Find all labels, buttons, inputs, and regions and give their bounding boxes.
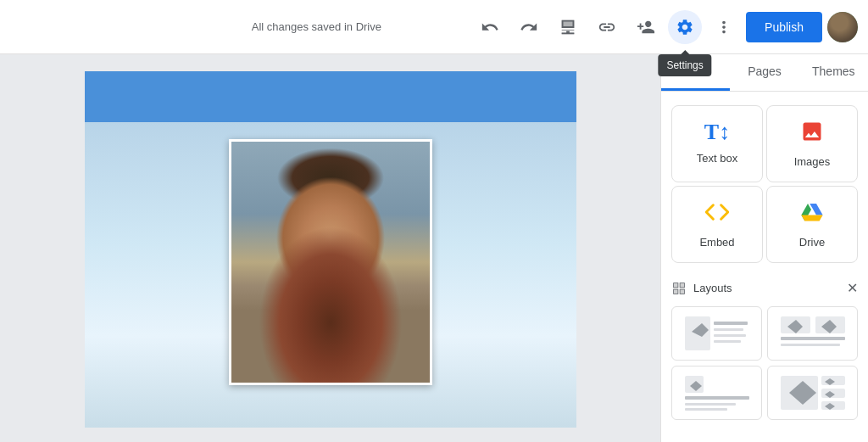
add-person-button[interactable] xyxy=(629,10,663,44)
insert-drive[interactable]: Drive xyxy=(766,186,858,263)
insert-text-box[interactable]: T↕ Text box xyxy=(671,105,763,182)
insert-images[interactable]: Images xyxy=(766,105,858,182)
svg-rect-7 xyxy=(781,337,845,340)
save-status: All changes saved in Drive xyxy=(252,20,381,33)
layouts-header: Layouts ✕ xyxy=(661,273,868,303)
layout-card-1[interactable] xyxy=(671,306,762,361)
drive-icon xyxy=(800,200,824,229)
avatar[interactable] xyxy=(827,12,858,42)
redo-button[interactable] xyxy=(512,10,546,44)
images-icon xyxy=(800,120,824,148)
layouts-grid xyxy=(661,303,868,427)
topbar-center: All changes saved in Drive xyxy=(167,20,466,33)
photo-person xyxy=(231,142,430,383)
layout-card-4[interactable] xyxy=(767,366,858,420)
text-box-label: Text box xyxy=(697,152,737,165)
topbar: All changes saved in Drive Settings xyxy=(0,0,868,54)
layout-card-2[interactable] xyxy=(767,306,858,361)
canvas-photo[interactable] xyxy=(229,139,432,385)
layouts-close-button[interactable]: ✕ xyxy=(847,280,858,296)
tab-pages[interactable]: Pages xyxy=(730,54,798,91)
settings-button[interactable]: Settings xyxy=(668,10,702,44)
layouts-icon xyxy=(671,281,687,296)
insert-grid: T↕ Text box Images Embed xyxy=(661,92,868,270)
publish-button[interactable]: Publish xyxy=(746,12,822,42)
svg-rect-14 xyxy=(821,376,845,385)
device-view-button[interactable] xyxy=(551,10,585,44)
sidebar: Insert Pages Themes T↕ Text box Images xyxy=(660,54,868,442)
svg-rect-2 xyxy=(714,328,743,331)
layouts-label: Layouts xyxy=(693,282,732,294)
drive-label: Drive xyxy=(799,236,825,249)
svg-rect-3 xyxy=(714,334,746,337)
insert-embed[interactable]: Embed xyxy=(671,186,763,263)
svg-rect-4 xyxy=(714,340,741,343)
tab-themes[interactable]: Themes xyxy=(799,54,868,91)
svg-rect-8 xyxy=(781,344,840,346)
svg-rect-1 xyxy=(714,322,748,325)
svg-rect-11 xyxy=(685,403,736,406)
page-canvas xyxy=(85,71,576,428)
embed-label: Embed xyxy=(699,236,734,249)
canvas-area xyxy=(0,54,660,442)
avatar-image xyxy=(827,12,858,42)
images-label: Images xyxy=(794,155,831,168)
embed-icon xyxy=(705,200,729,229)
topbar-right: Settings Publish xyxy=(473,10,858,44)
svg-rect-15 xyxy=(821,389,845,398)
svg-rect-12 xyxy=(685,408,727,411)
layout-card-3[interactable] xyxy=(671,366,762,420)
undo-button[interactable] xyxy=(473,10,507,44)
main-layout: Insert Pages Themes T↕ Text box Images xyxy=(0,54,868,442)
svg-rect-10 xyxy=(685,396,749,400)
more-options-button[interactable] xyxy=(707,10,741,44)
link-button[interactable] xyxy=(590,10,624,44)
text-box-icon: T↕ xyxy=(704,120,730,145)
settings-tooltip: Settings xyxy=(658,54,711,76)
canvas-header xyxy=(85,71,576,122)
layouts-title-group: Layouts xyxy=(671,281,732,296)
